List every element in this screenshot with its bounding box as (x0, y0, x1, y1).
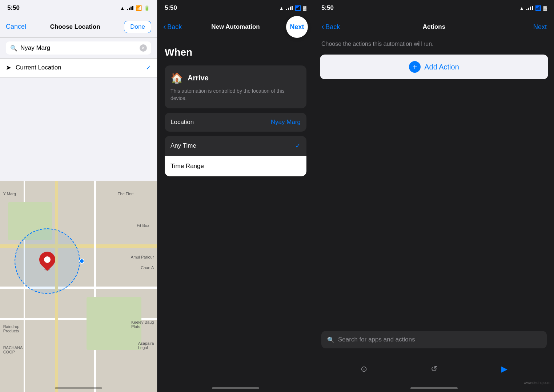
arrive-description: This automation is controlled by the loc… (170, 88, 301, 102)
map-road-v2 (94, 181, 96, 392)
map-label-thefirst: The First (118, 192, 133, 196)
signal-icon-2 (286, 6, 293, 10)
location-arrow-icon: ➤ (6, 64, 11, 72)
location-icon-3: ▲ (519, 5, 524, 11)
home-indicator-2 (212, 387, 259, 389)
map-pin-wrapper (39, 252, 55, 271)
screen-actions: 5:50 ▲ 📶 ▓ ‹ Back Actions Next Choose th… (314, 0, 554, 392)
map-label-fitbox: Fit Box (137, 223, 149, 228)
search-actions-placeholder: Search for apps and actions (338, 336, 415, 343)
location-icon-1: ▲ (120, 5, 125, 11)
map-label-rachana: RACHANACOOP (3, 345, 23, 354)
done-button[interactable]: Done (124, 21, 151, 33)
map-radius-dot (79, 259, 84, 264)
watermark: www.deuhq.com (524, 381, 550, 385)
arrive-label: Arrive (188, 74, 209, 82)
when-title: When (165, 47, 306, 58)
location-icon-2: ▲ (279, 5, 284, 11)
screen-new-automation: 5:50 ▲ 📶 ▓ ‹ Back New Automation Next Wh… (157, 0, 314, 392)
screen2-title: New Automation (211, 23, 260, 31)
search-actions-bar[interactable]: 🔍 Search for apps and actions (321, 331, 547, 348)
arrive-card[interactable]: 🏠 Arrive This automation is controlled b… (165, 65, 306, 108)
add-action-plus-icon: + (409, 61, 421, 73)
home-indicator-1 (55, 387, 102, 389)
nav-bar-new-automation: ‹ Back New Automation Next (157, 16, 314, 38)
search-clear-button-1[interactable]: ✕ (140, 44, 147, 52)
map-label-asapalra: AsapalraLegal (138, 341, 154, 350)
search-bottom-area: 🔍 Search for apps and actions (314, 331, 554, 348)
add-action-label: Add Action (424, 63, 459, 71)
status-bar-2: 5:50 ▲ 📶 ▓ (157, 0, 314, 16)
arrive-header: 🏠 Arrive (170, 72, 301, 84)
current-location-row[interactable]: ➤ Current Location ✓ (0, 58, 157, 77)
any-time-label: Any Time (170, 142, 196, 149)
wifi-icon-3: 📶 (535, 5, 541, 11)
any-time-check-icon: ✓ (295, 142, 301, 150)
wifi-icon-2: 📶 (295, 5, 301, 11)
separator-1 (0, 77, 157, 77)
status-icons-2: ▲ 📶 ▓ (279, 5, 306, 11)
back-label-3: Back (325, 23, 340, 31)
signal-icon-3 (526, 6, 533, 10)
nav-bar-choose-location: Cancel Choose Location Done (0, 16, 157, 38)
tab-home-icon[interactable]: ⊙ (361, 364, 367, 374)
map-label-raindrop: RaindropProducts (3, 324, 20, 333)
location-check-icon: ✓ (146, 64, 151, 72)
screen1-title: Choose Location (50, 23, 100, 31)
status-icons-3: ▲ 📶 ▓ (519, 5, 547, 11)
chevron-left-icon-3: ‹ (321, 22, 324, 32)
status-time-1: 5:50 (7, 4, 20, 12)
cancel-button[interactable]: Cancel (6, 23, 26, 31)
status-time-3: 5:50 (321, 4, 334, 12)
add-action-button[interactable]: + Add Action (320, 55, 548, 79)
any-time-option[interactable]: Any Time ✓ (165, 136, 306, 156)
back-label-2: Back (167, 23, 182, 31)
search-bar-1[interactable]: 🔍 Nyay Marg ✕ (6, 41, 151, 55)
time-options: Any Time ✓ Time Range (165, 136, 306, 176)
battery-icon-1: 🔋 (144, 5, 150, 11)
map-label-keeley: Keeley BaugPlots (131, 320, 154, 329)
map-label-amul: Amul Parlour (131, 255, 154, 259)
location-field-value: Nyay Marg (271, 119, 301, 126)
status-bar-3: 5:50 ▲ 📶 ▓ (314, 0, 554, 16)
next-button-circle[interactable]: Next (286, 16, 308, 38)
map-pin (36, 248, 58, 271)
arrive-icon: 🏠 (170, 72, 183, 84)
home-indicator-3 (410, 387, 458, 389)
wifi-icon-1: 📶 (136, 5, 142, 11)
search-icon-3: 🔍 (327, 336, 334, 343)
tab-shortcuts-icon[interactable]: ↺ (431, 364, 437, 374)
battery-icon-3: ▓ (543, 5, 547, 11)
map-label-ymarg: Y Marg (3, 192, 16, 196)
status-bar-1: 5:50 ▲ 📶 🔋 (0, 0, 157, 16)
battery-icon-2: ▓ (303, 5, 306, 11)
status-time-2: 5:50 (165, 4, 177, 12)
next-button-3[interactable]: Next (533, 23, 547, 31)
current-location-label: Current Location (16, 64, 146, 71)
map-view[interactable]: Y Marg RACHANACOOP Fit Box The First Amu… (0, 181, 157, 392)
time-range-label: Time Range (170, 163, 204, 169)
bottom-tabs-3: ⊙ ↺ ▶ (314, 364, 554, 374)
nav-bar-actions: ‹ Back Actions Next (314, 16, 554, 38)
chevron-left-icon-2: ‹ (163, 22, 166, 32)
search-value-1[interactable]: Nyay Marg (20, 44, 137, 52)
location-field[interactable]: Location Nyay Marg (165, 113, 306, 132)
time-range-option[interactable]: Time Range (165, 156, 306, 176)
map-pin-center (43, 255, 52, 264)
map-pin-area (39, 252, 55, 271)
status-icons-1: ▲ 📶 🔋 (120, 5, 150, 11)
next-label-circle: Next (290, 23, 304, 31)
actions-description: Choose the actions this automation will … (314, 38, 554, 55)
plus-symbol: + (413, 62, 417, 72)
back-button-3[interactable]: ‹ Back (321, 22, 340, 32)
location-field-label: Location (170, 119, 194, 126)
back-button-2[interactable]: ‹ Back (163, 22, 182, 32)
map-label-chan: Chan A (141, 265, 154, 270)
search-icon-1: 🔍 (10, 45, 17, 52)
screen-choose-location: 5:50 ▲ 📶 🔋 Cancel Choose Location Done 🔍… (0, 0, 157, 392)
tab-automation-icon[interactable]: ▶ (501, 364, 507, 374)
when-section: When 🏠 Arrive This automation is control… (157, 38, 314, 176)
screen3-title: Actions (423, 23, 445, 31)
signal-icon-1 (127, 6, 133, 10)
